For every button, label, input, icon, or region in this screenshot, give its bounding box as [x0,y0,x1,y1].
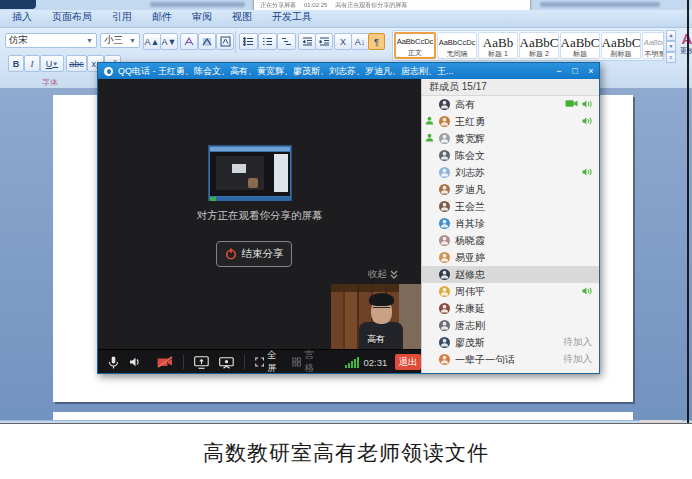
grow-font-button[interactable]: A▲ [143,33,161,50]
member-row[interactable]: 王红勇 [422,113,599,130]
show-marks-button[interactable]: ¶ [368,33,385,50]
ribbon-tab[interactable]: 开发工具 [262,8,322,27]
ribbon-tab-row: 插入页面布局引用邮件审阅视图开发工具 [0,10,692,28]
screen-edge [687,0,689,424]
ribbon-tab[interactable]: 引用 [102,8,142,27]
end-share-label: 结束分享 [242,247,284,261]
strikethrough-button[interactable]: abc [66,55,87,72]
style-gallery-item[interactable]: AaBbC标题 [560,32,600,59]
member-panel-header: 群成员 15/17 [422,79,599,96]
member-row[interactable]: 唐志刚 [422,317,599,334]
style-preview: AaBbCcDc [397,36,434,48]
ribbon-tab[interactable]: 插入 [2,8,42,27]
member-row[interactable]: 廖茂斯待加入 [422,334,599,351]
avatar [439,201,450,212]
ribbon-tab[interactable]: 邮件 [142,8,182,27]
character-border-button[interactable] [216,33,234,50]
change-styles-button[interactable]: A 更改 [677,31,692,56]
self-video-thumbnail[interactable]: 高有 [331,284,421,349]
collapse-video-button[interactable]: 收起 [368,268,399,281]
member-row[interactable]: 黄宽辉 [422,130,599,147]
character-shading-button[interactable] [198,33,216,50]
style-gallery-item[interactable]: AaBbCcDc不明显强调 [642,32,664,59]
close-button[interactable]: × [583,63,599,79]
style-gallery-item[interactable]: AaBbC标题 2 [519,32,559,59]
styles-gallery-scrollbar[interactable]: ▲ ▼ ≡ [666,30,676,61]
bold-button[interactable]: B [8,55,24,72]
qq-title-bar[interactable]: QQ电话 - 王红勇、陈会文、高有、黄宽辉、廖茂斯、刘志苏、罗迪凡、唐志刚、王.… [98,63,599,79]
ribbon-tab[interactable]: 页面布局 [42,8,102,27]
member-row[interactable]: 陈会文 [422,147,599,164]
indent-left-icon [302,37,313,46]
ribbon-tab[interactable]: 审阅 [182,8,222,27]
style-preview: AaBbCcDc [644,37,664,49]
whiteboard-button[interactable] [219,356,234,369]
microphone-button[interactable] [108,356,119,369]
fullscreen-label: 全屏 [267,349,282,373]
bullets-button[interactable] [239,33,258,50]
scroll-down-icon[interactable]: ▼ [666,41,676,52]
style-preview: AaBb [483,37,513,49]
exit-call-button[interactable]: 退出 [395,354,421,370]
person-glasses [373,307,390,311]
style-gallery-item[interactable]: AaBbC副标题 [601,32,641,59]
asian-layout-button[interactable]: X [334,33,352,50]
sort-button[interactable]: A↓ [351,33,369,50]
member-row[interactable]: 朱康延 [422,300,599,317]
underline-button[interactable]: U▼ [40,55,64,72]
style-gallery-item[interactable]: AaBb标题 1 [478,32,518,59]
member-row[interactable]: 刘志苏 [422,164,599,181]
member-row[interactable]: 一辈子一句话待加入 [422,351,599,368]
member-name: 陈会文 [455,147,485,164]
member-name: 易亚婷 [455,249,485,266]
style-label: 副标题 [611,49,632,58]
font-size-combo[interactable]: 小三▼ [100,33,140,48]
member-row[interactable]: 王会兰 [422,198,599,215]
styles-gallery: AaBbCcDc正文AaBbCcDc无间隔AaBb标题 1AaBbC标题 2Aa… [392,30,664,61]
member-row[interactable]: 杨晓霞 [422,232,599,249]
numbering-button[interactable] [258,33,277,50]
multilevel-list-button[interactable] [277,33,296,50]
title-text-fragment [150,2,245,7]
member-name: 刘志苏 [455,164,485,181]
person-hair [369,293,394,306]
maximize-button[interactable]: □ [567,63,583,79]
gallery-more-icon[interactable]: ≡ [666,52,676,63]
speaker-button[interactable] [129,356,141,368]
pinyin-guide-button[interactable] [180,33,198,50]
member-row[interactable]: 高有 [422,96,599,113]
minimize-button[interactable]: − [551,63,567,79]
member-row[interactable]: 周伟平 [422,283,599,300]
style-gallery-item[interactable]: AaBbCcDc无间隔 [437,32,477,59]
grid-view-button[interactable]: 宫格 [292,349,319,373]
camera-off-button[interactable] [157,356,173,368]
shrink-font-button[interactable]: A▼ [160,33,178,50]
avatar [439,286,450,297]
fullscreen-button[interactable]: 全屏 [255,349,282,373]
shared-screen-preview [208,145,292,201]
decrease-indent-button[interactable] [298,33,316,50]
member-row[interactable]: 易亚婷 [422,249,599,266]
speaker-on-icon [582,167,592,179]
style-preview: AaBbC [561,37,600,49]
numbering-icon [262,37,273,46]
avatar [439,167,450,178]
member-panel: 群成员 15/17 高有王红勇黄宽辉陈会文刘志苏罗迪凡王会兰肖其珍杨晓霞易亚婷赵… [421,79,599,373]
scroll-up-icon[interactable]: ▲ [666,30,676,41]
toolbar-separator [244,355,245,369]
asian-layout-label: X [340,37,346,47]
increase-indent-button[interactable] [315,33,333,50]
font-name-combo[interactable]: 仿宋▼ [5,33,97,48]
signal-strength-icon [345,357,359,368]
style-gallery-item[interactable]: AaBbCcDc正文 [394,32,436,59]
member-status: 待加入 [564,351,593,368]
member-row[interactable]: 罗迪凡 [422,181,599,198]
italic-button[interactable]: I [24,55,40,72]
style-label: 不明显强调 [645,49,665,58]
member-name: 肖其珍 [455,215,485,232]
share-screen-button[interactable] [194,356,209,369]
member-row[interactable]: 赵修忠 [422,266,599,283]
ribbon-tab[interactable]: 视图 [222,8,262,27]
end-share-button[interactable]: 结束分享 [216,241,292,267]
member-row[interactable]: 肖其珍 [422,215,599,232]
